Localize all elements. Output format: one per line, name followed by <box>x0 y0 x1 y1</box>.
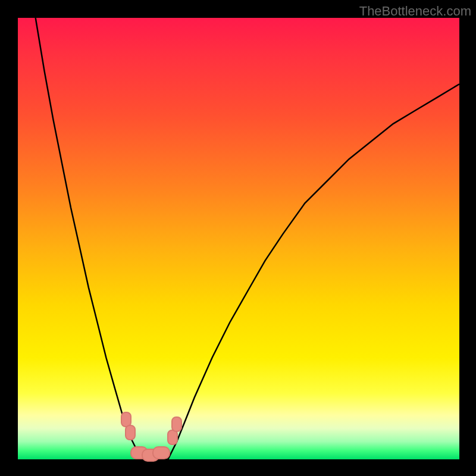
chart-marker <box>152 446 170 459</box>
bottleneck-curve <box>36 18 459 459</box>
chart-marker <box>171 416 182 432</box>
watermark-text: TheBottleneck.com <box>359 4 471 19</box>
chart-marker <box>125 425 136 440</box>
chart-plot-area <box>18 18 459 459</box>
chart-marker <box>167 430 178 445</box>
chart-curves <box>18 18 459 459</box>
